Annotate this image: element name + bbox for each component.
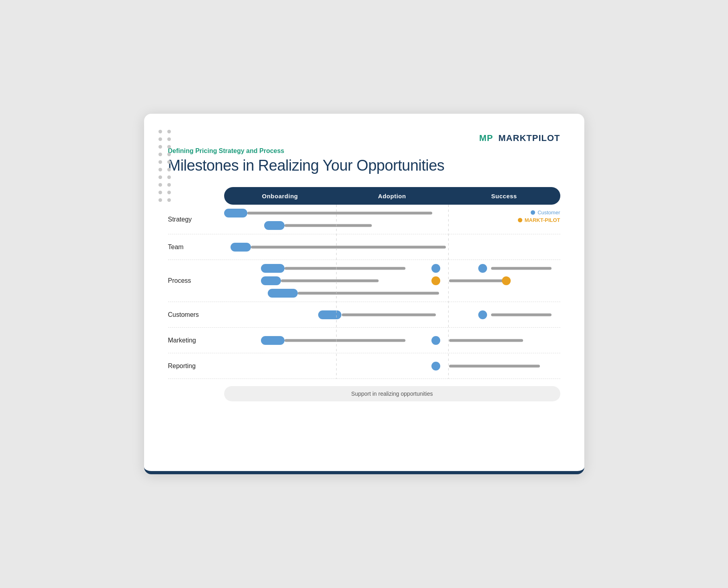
gantt-pill: [261, 336, 285, 345]
row-label-process: Process: [168, 277, 224, 284]
gantt-bar: [449, 339, 523, 342]
phase-onboarding: Onboarding: [224, 193, 336, 199]
gantt-pill: [224, 209, 248, 217]
track-0-1: [224, 220, 560, 231]
gantt-bar: [285, 339, 405, 342]
gantt-dot: [478, 264, 487, 273]
logo-name: MARKTPILOT: [498, 133, 560, 143]
gantt-pill: [261, 264, 285, 273]
track-4-0: [224, 335, 560, 346]
logo: MP MARKTPILOT: [479, 133, 560, 143]
gantt-bar: [281, 280, 379, 282]
row-tracks-customers: [224, 310, 560, 320]
chart-container: Onboarding Adoption Success Customer MAR…: [168, 187, 560, 401]
gantt-pill: [261, 276, 281, 285]
row-label-customers: Customers: [168, 311, 224, 318]
track-2-1: [224, 276, 560, 286]
gantt-pill: [264, 221, 284, 230]
gantt-dot: [502, 276, 511, 285]
row-tracks-marketing: [224, 335, 560, 346]
track-2-2: [224, 288, 560, 298]
gantt-bar: [298, 292, 439, 295]
row-tracks-strategy: [224, 208, 560, 231]
gantt-pill: [318, 310, 342, 319]
gantt-pill: [231, 243, 251, 252]
row-label-strategy: Strategy: [168, 216, 224, 223]
gantt-bar: [285, 267, 405, 270]
row-label-marketing: Marketing: [168, 337, 224, 344]
gantt-bar: [449, 280, 503, 282]
main-card: MP MARKTPILOT Defining Pricing Strategy …: [144, 114, 584, 474]
row-tracks-process: [224, 263, 560, 298]
track-3-0: [224, 310, 560, 320]
logo-area: MP MARKTPILOT: [168, 133, 560, 143]
subtitle: Defining Pricing Strategy and Process: [168, 147, 560, 155]
row-label-reporting: Reporting: [168, 362, 224, 370]
gantt-dot: [431, 362, 440, 371]
gantt-dot: [431, 336, 440, 345]
main-title: Milestones in Realizing Your Opportuniti…: [168, 157, 560, 174]
chart-row-marketing: Marketing: [168, 328, 560, 353]
gantt-bar: [247, 212, 432, 215]
chart-row-team: Team: [168, 234, 560, 260]
phase-header: Onboarding Adoption Success: [224, 187, 560, 205]
track-1-0: [224, 242, 560, 252]
chart-row-customers: Customers: [168, 302, 560, 328]
gantt-bar: [251, 246, 446, 248]
track-0-0: [224, 208, 560, 218]
row-label-team: Team: [168, 244, 224, 251]
gantt-dot: [431, 264, 440, 273]
gantt-bar: [491, 313, 552, 316]
gantt-pill: [268, 289, 298, 298]
chart-row-reporting: Reporting: [168, 353, 560, 379]
chart-row-strategy: Strategy: [168, 205, 560, 234]
row-tracks-team: [224, 242, 560, 252]
gantt-bar: [491, 267, 552, 270]
chart-row-process: Process: [168, 260, 560, 302]
track-5-0: [224, 361, 560, 371]
row-tracks-reporting: [224, 361, 560, 371]
phase-adoption: Adoption: [336, 193, 448, 199]
chart-body: StrategyTeamProcessCustomersMarketingRep…: [168, 205, 560, 379]
support-label: Support in realizing opportunities: [351, 391, 433, 397]
track-2-0: [224, 263, 560, 274]
gantt-dot: [431, 276, 440, 285]
gantt-dot: [478, 310, 487, 319]
gantt-bar: [342, 313, 436, 316]
phase-success: Success: [448, 193, 560, 199]
gantt-bar: [449, 364, 540, 367]
logo-mp: MP: [479, 133, 493, 143]
gantt-bar: [285, 224, 372, 227]
support-bar: Support in realizing opportunities: [224, 386, 560, 401]
